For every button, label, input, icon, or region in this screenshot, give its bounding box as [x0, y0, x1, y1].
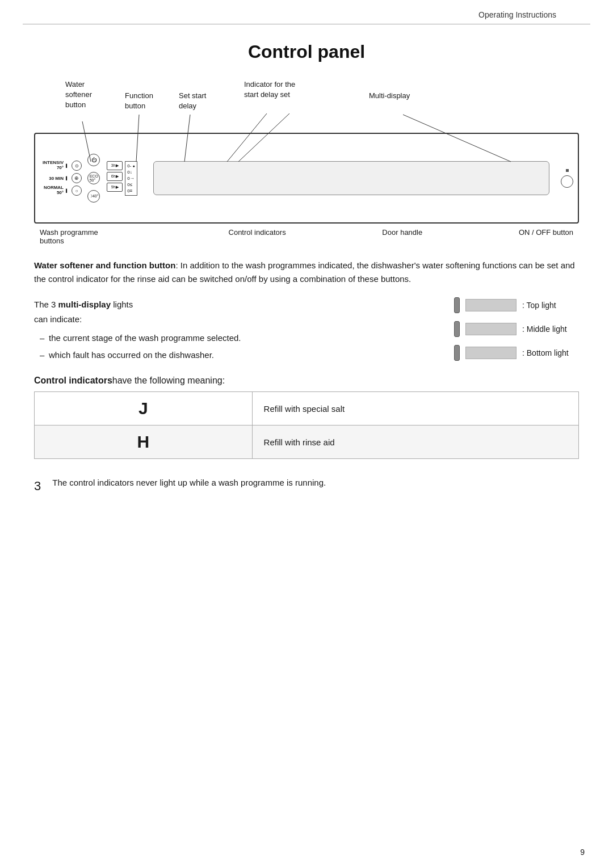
delay-btn-6h: 6h▶	[107, 172, 123, 181]
ci-heading-bold: Control indicators	[34, 376, 112, 385]
note-text: The control indicators never light up wh…	[52, 476, 579, 496]
label-control-indicators: Control indicators	[229, 228, 286, 245]
multi-display	[561, 169, 573, 188]
bottom-light-indicator	[454, 345, 460, 361]
multi-display-right: : Top light : Middle light : Bottom ligh…	[454, 297, 579, 361]
prog-row-normal: NORMAL50° ▌ ○	[40, 186, 82, 196]
md-heading-prefix: The 3	[34, 300, 58, 309]
ind-row-4: 0≤	[127, 182, 135, 187]
func-circle-temp: ☽40°	[87, 190, 100, 203]
table-row-rinse: H Refill with rinse aid	[35, 425, 579, 459]
function-buttons: ⏻ ECO50° ☽40°	[87, 154, 100, 203]
control-indicators-heading: Control indicatorshave the following mea…	[34, 376, 579, 386]
middle-light-indicator	[454, 321, 460, 337]
bottom-light-row: : Bottom light	[454, 345, 579, 361]
label-water-softener: Watersoftenerbutton	[65, 79, 92, 111]
top-light-label: : Top light	[522, 301, 556, 310]
ind-row-5: 0≡	[127, 188, 135, 193]
desc-salt: Refill with special salt	[252, 392, 578, 425]
md-heading-bold: multi-display	[58, 300, 111, 309]
label-indicator-start: Indicator for thestart delay set	[244, 79, 295, 100]
md-dot-top	[566, 169, 569, 172]
top-light-indicator	[454, 297, 460, 313]
prog-row-intensiv: INTENSIV70° ▌ ⊙	[40, 161, 82, 171]
md-circle	[561, 175, 573, 188]
middle-light-label: : Middle light	[522, 325, 567, 334]
indicators-table: J Refill with special salt H Refill with…	[34, 391, 579, 459]
symbol-rinse: H	[35, 425, 253, 459]
ind-row-1: 0-●	[127, 163, 135, 168]
note-number: 3	[34, 476, 41, 496]
control-panel-diagram: Watersoftenerbutton Functionbutton Set s…	[34, 79, 579, 245]
prog-circle-intensiv: ⊙	[72, 161, 82, 171]
ind-row-2: 0↓	[127, 170, 135, 175]
programme-buttons: INTENSIV70° ▌ ⊙ 30 MIN ▌ ⊕ N	[40, 161, 82, 196]
desc-rinse: Refill with rinse aid	[252, 425, 578, 459]
table-row-salt: J Refill with special salt	[35, 392, 579, 425]
md-bullet-list: the current stage of the wash programme …	[40, 331, 431, 362]
delay-section: 3h▶ 6h▶ 9h▶ 0-● 0↓ 0→ 0≤ 0≡	[107, 161, 141, 196]
label-function-button: Functionbutton	[125, 91, 153, 111]
prog-circle-normal: ○	[72, 186, 82, 196]
water-softener-intro: Water softener and function button	[34, 260, 175, 270]
ci-heading-suffix: have the following meaning:	[112, 376, 225, 385]
page-content: Control panel Watersoftenerbutton Functi…	[0, 24, 613, 530]
md-bullet-2: which fault has occurred on the dishwash…	[40, 348, 431, 363]
label-door-handle: Door handle	[382, 228, 422, 245]
prog-row-30min: 30 MIN ▌ ⊕	[40, 173, 82, 183]
multi-display-section: The 3 multi-display lightscan indicate: …	[34, 297, 579, 364]
func-circle-power: ⏻	[87, 154, 100, 166]
diagram-bottom-labels: Wash programmebuttons Control indicators…	[34, 228, 579, 245]
delay-btn-3h: 3h▶	[107, 161, 123, 170]
md-bullet-1: the current stage of the wash programme …	[40, 331, 431, 345]
bottom-light-label: : Bottom light	[522, 348, 569, 357]
door-handle	[153, 161, 549, 195]
indicator-display: 0-● 0↓ 0→ 0≤ 0≡	[125, 161, 137, 196]
label-on-off: ON / OFF button	[519, 228, 573, 245]
panel-illustration: INTENSIV70° ▌ ⊙ 30 MIN ▌ ⊕ N	[34, 133, 579, 224]
middle-light-bar	[465, 323, 517, 335]
diagram-top-labels: Watersoftenerbutton Functionbutton Set s…	[34, 79, 579, 130]
middle-light-row: : Middle light	[454, 321, 579, 337]
label-set-start-delay: Set startdelay	[179, 91, 206, 111]
delay-btn-9h: 9h▶	[107, 183, 123, 192]
note-section: 3 The control indicators never light up …	[34, 476, 579, 496]
header-title: Operating Instructions	[478, 10, 556, 19]
delay-buttons: 3h▶ 6h▶ 9h▶	[107, 161, 123, 192]
page-header: Operating Instructions	[23, 0, 590, 24]
water-softener-section: Water softener and function button: In a…	[34, 259, 579, 286]
func-circle-eco: ECO50°	[87, 172, 100, 184]
ind-row-3: 0→	[127, 176, 135, 181]
top-light-bar	[465, 299, 517, 311]
page-title: Control panel	[34, 41, 579, 62]
prog-circle-30min: ⊕	[72, 173, 82, 183]
symbol-salt: J	[35, 392, 253, 425]
label-wash-programme: Wash programmebuttons	[40, 228, 98, 245]
bottom-light-bar	[465, 347, 517, 359]
label-multi-display: Multi-display	[369, 91, 410, 101]
page-number: 9	[580, 848, 585, 857]
multi-display-left: The 3 multi-display lightscan indicate: …	[34, 297, 431, 364]
top-light-row: : Top light	[454, 297, 579, 313]
